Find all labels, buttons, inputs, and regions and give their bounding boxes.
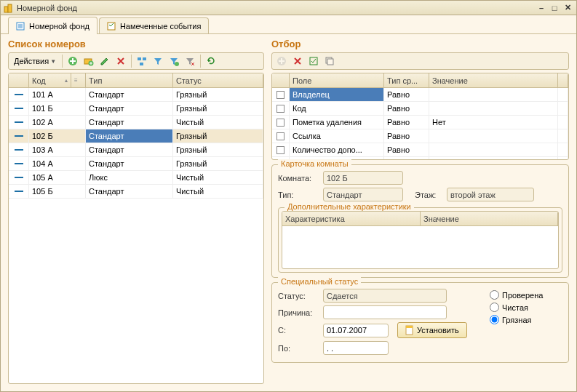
- cell-field: Владелец: [290, 88, 384, 101]
- app-icon: [4, 3, 14, 13]
- tab-label: Намеченные события: [120, 22, 202, 31]
- svg-point-13: [175, 62, 179, 66]
- col-char: Характеристика: [282, 212, 421, 225]
- filter-set-button[interactable]: [167, 54, 181, 68]
- cell-field: Код: [290, 102, 384, 115]
- refresh-button[interactable]: [204, 54, 218, 68]
- sort-asc-icon: ▴: [65, 77, 68, 84]
- checkbox[interactable]: [276, 91, 284, 99]
- table-row[interactable]: 102 АСтандартЧистый: [9, 116, 263, 129]
- radio-checked[interactable]: Проверена: [490, 290, 562, 300]
- col-value: Значение: [429, 73, 558, 87]
- svg-rect-6: [108, 23, 115, 30]
- table-row[interactable]: 101 АСтандартГрязный: [9, 88, 263, 102]
- cell-value: [429, 88, 558, 101]
- type-label: Тип:: [278, 191, 319, 199]
- cell-type: Стандарт: [86, 102, 173, 115]
- rooms-grid[interactable]: Код▴ ≡ Тип Статус 101 АСтандартГрязный10…: [8, 73, 264, 384]
- to-date-field[interactable]: [323, 341, 389, 355]
- svg-rect-1: [8, 4, 12, 12]
- svg-rect-19: [406, 326, 413, 328]
- filter-copy-button[interactable]: [322, 54, 337, 68]
- cell-type: Стандарт: [86, 129, 173, 143]
- table-row[interactable]: 103 АСтандартГрязный: [9, 143, 263, 157]
- radio-dirty[interactable]: Грязная: [490, 315, 562, 324]
- cell-status: Чистый: [173, 116, 263, 129]
- from-date-field[interactable]: [323, 324, 389, 337]
- window-titlebar: Номерной фонд – □ ✕: [1, 1, 576, 15]
- status-label: Статус:: [278, 292, 319, 300]
- extra-title: Дополнительные характеристики: [284, 202, 414, 211]
- status-field[interactable]: Сдается: [323, 289, 447, 303]
- tab-room-fund[interactable]: Номерной фонд: [8, 17, 98, 34]
- tab-events[interactable]: Намеченные события: [99, 17, 210, 33]
- filter-check-button[interactable]: [306, 54, 321, 68]
- add-button[interactable]: [65, 54, 80, 68]
- floor-field[interactable]: второй этаж: [447, 188, 534, 201]
- filter-row[interactable]: ВладелецРавно: [272, 88, 568, 102]
- hierarchy-button[interactable]: [135, 54, 149, 68]
- cell-status: Грязный: [173, 88, 263, 101]
- delete-button[interactable]: [114, 54, 128, 68]
- cell-comp: Равно: [384, 88, 429, 101]
- cell-type: Стандарт: [86, 88, 173, 101]
- table-row[interactable]: 101 БСтандартГрязный: [9, 102, 263, 116]
- type-field[interactable]: Стандарт: [323, 188, 403, 201]
- table-row[interactable]: 104 АСтандартГрязный: [9, 157, 263, 171]
- set-button[interactable]: Установить: [397, 322, 467, 338]
- checkbox[interactable]: [276, 132, 284, 140]
- col-status: Статус: [173, 73, 263, 87]
- add-folder-button[interactable]: [81, 54, 96, 68]
- table-row[interactable]: 102 БСтандартГрязный: [9, 129, 263, 143]
- filter-row[interactable]: КодРавно: [272, 102, 568, 116]
- cell-comp: Равно: [384, 102, 429, 115]
- table-row[interactable]: 105 АЛюксЧистый: [9, 171, 263, 185]
- filter-off-button[interactable]: [183, 54, 197, 68]
- checkbox[interactable]: [276, 119, 284, 127]
- cell-type: Люкс: [86, 171, 173, 184]
- room-field[interactable]: 102 Б: [323, 171, 403, 185]
- filter-add-button[interactable]: [274, 54, 289, 68]
- cell-code: 102 Б: [29, 129, 86, 143]
- actions-dropdown[interactable]: Действия ▼: [11, 54, 59, 68]
- filter-grid[interactable]: Поле Тип ср... Значение ВладелецРавноКод…: [271, 73, 569, 160]
- checkbox[interactable]: [276, 146, 284, 154]
- checklist-icon: [107, 21, 117, 31]
- cell-comp: Равно: [384, 143, 429, 156]
- filter-row[interactable]: СсылкаРавно: [272, 129, 568, 143]
- cell-code: 102 А: [29, 116, 86, 129]
- close-button[interactable]: ✕: [562, 3, 573, 13]
- rooms-toolbar: Действия ▼: [8, 52, 264, 70]
- col-code: Код: [32, 76, 46, 85]
- cell-field: Пометка удаления: [290, 116, 384, 129]
- reason-field[interactable]: [323, 305, 447, 319]
- item-icon: [15, 149, 23, 151]
- item-icon: [15, 177, 23, 178]
- cell-value: [429, 129, 558, 143]
- filter-remove-button[interactable]: [290, 54, 305, 68]
- sort-icon: ≡: [74, 77, 78, 84]
- checkbox[interactable]: [276, 105, 284, 113]
- cell-type: Стандарт: [86, 185, 173, 198]
- svg-rect-10: [138, 57, 141, 60]
- filter-title: Отбор: [271, 39, 569, 49]
- minimize-button[interactable]: –: [536, 3, 547, 13]
- room-label: Комната:: [278, 174, 319, 183]
- radio-clean[interactable]: Чистая: [490, 303, 562, 312]
- filter-row[interactable]: Количество допо...Равно: [272, 143, 568, 157]
- list-icon: [16, 21, 26, 31]
- cell-value: [429, 102, 558, 115]
- filter-button[interactable]: [151, 54, 165, 68]
- actions-label: Действия: [14, 57, 49, 65]
- cell-status: Грязный: [173, 102, 263, 115]
- floor-label: Этаж:: [415, 191, 442, 199]
- rooms-list-title: Список номеров: [8, 39, 264, 49]
- cell-code: 103 А: [29, 143, 86, 156]
- filter-row[interactable]: Пометка удаленияРавноНет: [272, 116, 568, 129]
- item-icon: [15, 94, 23, 95]
- svg-rect-12: [140, 63, 143, 65]
- table-row[interactable]: 105 БСтандартЧистый: [9, 185, 263, 199]
- maximize-button[interactable]: □: [549, 3, 560, 13]
- edit-button[interactable]: [98, 54, 112, 68]
- extra-grid[interactable]: Характеристика Значение: [282, 211, 559, 269]
